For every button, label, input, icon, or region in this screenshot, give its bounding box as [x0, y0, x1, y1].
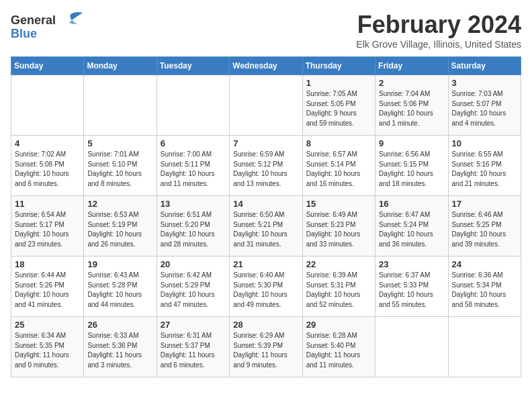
page-header: General Blue February 2024 Elk Grove Vil…: [11, 11, 521, 50]
day-info: Sunrise: 6:51 AMSunset: 5:20 PMDaylight:…: [161, 210, 226, 249]
calendar-cell: 7Sunrise: 6:59 AMSunset: 5:12 PMDaylight…: [230, 136, 302, 196]
day-info: Sunrise: 6:39 AMSunset: 5:31 PMDaylight:…: [306, 271, 371, 310]
day-info: Sunrise: 6:36 AMSunset: 5:34 PMDaylight:…: [452, 271, 517, 310]
calendar-cell: 8Sunrise: 6:57 AMSunset: 5:14 PMDaylight…: [302, 136, 375, 196]
week-row-2: 11Sunrise: 6:54 AMSunset: 5:17 PMDayligh…: [11, 196, 521, 257]
dow-tuesday: Tuesday: [157, 57, 229, 75]
day-number: 1: [306, 78, 371, 88]
calendar-cell: [375, 317, 448, 377]
calendar-cell: 24Sunrise: 6:36 AMSunset: 5:34 PMDayligh…: [448, 257, 521, 317]
day-info: Sunrise: 6:31 AMSunset: 5:37 PMDaylight:…: [161, 331, 226, 370]
logo-blue: Blue: [11, 27, 37, 41]
day-info: Sunrise: 6:56 AMSunset: 5:15 PMDaylight:…: [379, 150, 444, 189]
day-info: Sunrise: 7:02 AMSunset: 5:08 PMDaylight:…: [15, 150, 80, 189]
day-info: Sunrise: 6:54 AMSunset: 5:17 PMDaylight:…: [15, 210, 80, 249]
calendar-cell: 6Sunrise: 7:00 AMSunset: 5:11 PMDaylight…: [157, 136, 229, 196]
dow-monday: Monday: [84, 57, 157, 75]
day-info: Sunrise: 6:44 AMSunset: 5:26 PMDaylight:…: [15, 271, 80, 310]
calendar-cell: [11, 75, 84, 136]
day-number: 13: [161, 199, 226, 209]
day-number: 10: [452, 138, 517, 148]
day-info: Sunrise: 6:49 AMSunset: 5:23 PMDaylight:…: [306, 210, 371, 249]
day-info: Sunrise: 6:57 AMSunset: 5:14 PMDaylight:…: [306, 150, 371, 189]
calendar-cell: 11Sunrise: 6:54 AMSunset: 5:17 PMDayligh…: [11, 196, 84, 257]
calendar-cell: 1Sunrise: 7:05 AMSunset: 5:05 PMDaylight…: [302, 75, 375, 136]
day-number: 28: [233, 320, 298, 330]
day-info: Sunrise: 6:34 AMSunset: 5:35 PMDaylight:…: [15, 331, 80, 370]
week-row-4: 25Sunrise: 6:34 AMSunset: 5:35 PMDayligh…: [11, 317, 521, 377]
dow-friday: Friday: [375, 57, 448, 75]
day-info: Sunrise: 6:47 AMSunset: 5:24 PMDaylight:…: [379, 210, 444, 249]
day-number: 19: [87, 259, 152, 269]
calendar-cell: 16Sunrise: 6:47 AMSunset: 5:24 PMDayligh…: [375, 196, 448, 257]
day-number: 8: [306, 138, 371, 148]
dow-sunday: Sunday: [11, 57, 84, 75]
day-info: Sunrise: 6:42 AMSunset: 5:29 PMDaylight:…: [161, 271, 226, 310]
week-row-3: 18Sunrise: 6:44 AMSunset: 5:26 PMDayligh…: [11, 257, 521, 317]
day-info: Sunrise: 6:46 AMSunset: 5:25 PMDaylight:…: [452, 210, 517, 249]
day-info: Sunrise: 6:29 AMSunset: 5:39 PMDaylight:…: [233, 331, 298, 370]
calendar-cell: 5Sunrise: 7:01 AMSunset: 5:10 PMDaylight…: [84, 136, 157, 196]
day-number: 3: [452, 78, 517, 88]
day-info: Sunrise: 6:28 AMSunset: 5:40 PMDaylight:…: [306, 331, 371, 370]
day-number: 17: [452, 199, 517, 209]
calendar-cell: 12Sunrise: 6:53 AMSunset: 5:19 PMDayligh…: [84, 196, 157, 257]
day-number: 4: [15, 138, 80, 148]
calendar-table: SundayMondayTuesdayWednesdayThursdayFrid…: [11, 56, 521, 377]
calendar-cell: 3Sunrise: 7:03 AMSunset: 5:07 PMDaylight…: [448, 75, 521, 136]
calendar-cell: [157, 75, 229, 136]
day-info: Sunrise: 6:37 AMSunset: 5:33 PMDaylight:…: [379, 271, 444, 310]
day-number: 6: [161, 138, 226, 148]
calendar-cell: 4Sunrise: 7:02 AMSunset: 5:08 PMDaylight…: [11, 136, 84, 196]
logo-bird-icon: [57, 11, 84, 30]
day-number: 21: [233, 259, 298, 269]
day-number: 12: [87, 199, 152, 209]
day-number: 14: [233, 199, 298, 209]
calendar-cell: 27Sunrise: 6:31 AMSunset: 5:37 PMDayligh…: [157, 317, 229, 377]
day-info: Sunrise: 6:50 AMSunset: 5:21 PMDaylight:…: [233, 210, 298, 249]
day-info: Sunrise: 6:55 AMSunset: 5:16 PMDaylight:…: [452, 150, 517, 189]
day-number: 16: [379, 199, 444, 209]
logo-general: General: [11, 13, 56, 28]
day-number: 23: [379, 259, 444, 269]
dow-saturday: Saturday: [448, 57, 521, 75]
day-info: Sunrise: 7:03 AMSunset: 5:07 PMDaylight:…: [452, 89, 517, 128]
calendar-cell: 19Sunrise: 6:43 AMSunset: 5:28 PMDayligh…: [84, 257, 157, 317]
week-row-1: 4Sunrise: 7:02 AMSunset: 5:08 PMDaylight…: [11, 136, 521, 196]
calendar-cell: 25Sunrise: 6:34 AMSunset: 5:35 PMDayligh…: [11, 317, 84, 377]
day-number: 27: [161, 320, 226, 330]
calendar-cell: 26Sunrise: 6:33 AMSunset: 5:36 PMDayligh…: [84, 317, 157, 377]
dow-thursday: Thursday: [302, 57, 375, 75]
day-info: Sunrise: 6:59 AMSunset: 5:12 PMDaylight:…: [233, 150, 298, 189]
calendar-cell: 18Sunrise: 6:44 AMSunset: 5:26 PMDayligh…: [11, 257, 84, 317]
calendar-cell: 2Sunrise: 7:04 AMSunset: 5:06 PMDaylight…: [375, 75, 448, 136]
day-number: 5: [87, 138, 152, 148]
day-number: 11: [15, 199, 80, 209]
calendar-cell: 28Sunrise: 6:29 AMSunset: 5:39 PMDayligh…: [230, 317, 302, 377]
day-info: Sunrise: 7:04 AMSunset: 5:06 PMDaylight:…: [379, 89, 444, 128]
calendar-cell: [84, 75, 157, 136]
calendar-cell: [448, 317, 521, 377]
calendar-cell: 9Sunrise: 6:56 AMSunset: 5:15 PMDaylight…: [375, 136, 448, 196]
calendar-cell: 10Sunrise: 6:55 AMSunset: 5:16 PMDayligh…: [448, 136, 521, 196]
day-number: 18: [15, 259, 80, 269]
day-number: 24: [452, 259, 517, 269]
calendar-cell: 13Sunrise: 6:51 AMSunset: 5:20 PMDayligh…: [157, 196, 229, 257]
day-info: Sunrise: 7:00 AMSunset: 5:11 PMDaylight:…: [161, 150, 226, 189]
day-number: 26: [87, 320, 152, 330]
calendar-cell: 17Sunrise: 6:46 AMSunset: 5:25 PMDayligh…: [448, 196, 521, 257]
calendar-title: February 2024: [356, 11, 521, 39]
day-number: 22: [306, 259, 371, 269]
day-info: Sunrise: 7:05 AMSunset: 5:05 PMDaylight:…: [306, 89, 371, 128]
calendar-cell: 20Sunrise: 6:42 AMSunset: 5:29 PMDayligh…: [157, 257, 229, 317]
calendar-cell: 14Sunrise: 6:50 AMSunset: 5:21 PMDayligh…: [230, 196, 302, 257]
day-number: 15: [306, 199, 371, 209]
calendar-subtitle: Elk Grove Village, Illinois, United Stat…: [356, 39, 521, 50]
calendar-body: 1Sunrise: 7:05 AMSunset: 5:05 PMDaylight…: [11, 75, 521, 377]
title-area: February 2024 Elk Grove Village, Illinoi…: [356, 11, 521, 50]
dow-wednesday: Wednesday: [230, 57, 302, 75]
calendar-cell: 15Sunrise: 6:49 AMSunset: 5:23 PMDayligh…: [302, 196, 375, 257]
calendar-cell: 29Sunrise: 6:28 AMSunset: 5:40 PMDayligh…: [302, 317, 375, 377]
logo: General Blue: [11, 11, 84, 41]
day-info: Sunrise: 6:53 AMSunset: 5:19 PMDaylight:…: [87, 210, 152, 249]
